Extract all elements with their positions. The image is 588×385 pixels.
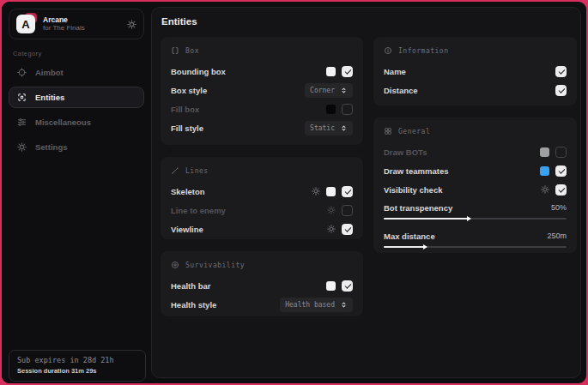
app-subtitle: for The Finals [43,24,127,33]
sidebar-item-settings[interactable]: Settings [9,136,144,158]
sidebar: A Arcane for The Finals Category Aimbot [2,2,151,383]
setting-row-line-to-enemy: Line to enemy [171,201,353,220]
checkbox[interactable] [342,280,353,292]
sliders-icon [17,117,27,127]
setting-row-skeleton: Skeleton [171,182,353,201]
setting-row-viewline: Viewline [171,220,353,238]
setting-row-draw-teammates: Draw teammates [384,161,567,180]
slider-thumb[interactable] [467,216,471,221]
bounding-brackets-icon [171,46,179,55]
app-logo: A [16,15,35,33]
max-distance-slider[interactable] [384,246,567,248]
checkbox[interactable] [342,104,353,115]
card-title: Survivability [185,262,245,269]
setting-row-health-style: Health style Health based [171,295,353,314]
session-duration-text: Session duration 31m 29s [17,367,137,375]
health-cross-icon [171,261,179,269]
box-card-header: Box [171,45,353,56]
gear-icon[interactable] [312,187,320,196]
brand-text: Arcane for The Finals [43,15,127,33]
sidebar-item-miscellaneous[interactable]: Miscellaneous [9,111,144,133]
sidebar-item-label: Aimbot [35,68,64,77]
box-style-dropdown[interactable]: Corner [305,83,353,98]
setting-label: Health bar [171,281,210,291]
grid-icon [384,127,392,135]
information-card-header: Information [384,45,567,56]
sidebar-item-entities[interactable]: Entities [9,87,144,108]
diagonal-line-icon [171,166,179,175]
color-swatch[interactable] [326,281,336,291]
info-circle-icon [384,46,392,55]
color-swatch[interactable] [540,147,549,157]
bot-transparency-slider[interactable] [384,218,567,220]
checkbox[interactable] [342,66,353,77]
setting-label: Max distance [384,232,435,241]
information-card: Information Name Distance [373,37,577,105]
checkbox[interactable] [555,147,567,158]
survivability-card-header: Survivability [171,260,353,270]
slider-value: 50% [551,203,567,212]
checkbox[interactable] [342,224,353,235]
gear-icon[interactable] [327,206,336,214]
checkbox[interactable] [555,85,567,96]
sidebar-item-label: Miscellaneous [35,117,91,127]
gear-icon[interactable] [541,185,549,194]
setting-label: Bounding box [171,67,226,76]
setting-label: Draw BOTs [384,147,427,157]
setting-row-fill-style: Fill style Static [171,118,353,137]
app-window: A Arcane for The Finals Category Aimbot [2,2,586,383]
color-swatch[interactable] [326,105,336,114]
fill-style-dropdown[interactable]: Static [305,121,353,135]
sidebar-item-aimbot[interactable]: Aimbot [9,62,144,83]
card-title: Lines [185,167,209,175]
gear-icon[interactable] [327,225,336,233]
setting-row-fill-box: Fill box [171,99,353,118]
sidebar-item-label: Settings [35,142,67,152]
color-swatch[interactable] [540,166,549,176]
setting-label: Health style [171,300,216,310]
setting-row-name: Name [384,62,567,81]
setting-label: Viewline [171,225,203,234]
app-name: Arcane [43,15,127,25]
setting-label: Visibility check [384,185,442,195]
dropdown-value: Health based [285,301,335,309]
brand-card: A Arcane for The Finals [9,9,144,39]
unfold-icon [340,301,348,309]
dropdown-value: Corner [310,87,335,94]
sub-expiry-text: Sub expires in 28d 21h [17,356,137,364]
color-swatch[interactable] [326,187,336,196]
box-card: Box Bounding box Box style Corner Fill b… [161,37,363,145]
card-title: Box [185,47,199,55]
checkbox[interactable] [342,186,353,197]
setting-label: Fill box [171,105,199,114]
lines-card-header: Lines [171,165,353,176]
checkbox[interactable] [555,184,567,196]
color-swatch[interactable] [326,67,336,76]
slider-value: 250m [547,232,567,240]
lines-card: Lines Skeleton Line to enemy Viewline [161,157,363,239]
setting-label: Distance [384,86,418,95]
checkbox[interactable] [342,205,353,216]
logo-letter: A [16,15,35,33]
setting-label: Skeleton [171,187,205,196]
survivability-card: Survivability Health bar Health style He… [161,251,363,316]
dropdown-value: Static [310,124,335,132]
setting-label: Box style [171,86,207,95]
card-title: General [398,128,430,135]
gear-icon[interactable] [127,20,136,29]
general-card-header: General [384,126,567,136]
health-style-dropdown[interactable]: Health based [280,298,353,312]
setting-label: Bot transpenency [384,203,452,213]
slider-thumb[interactable] [423,244,427,250]
setting-row-draw-bots: Draw BOTs [384,142,567,161]
page-title: Entities [161,16,197,27]
crosshair-icon [17,68,27,77]
setting-row-visibility-check: Visibility check [384,180,567,199]
category-label: Category [13,50,42,57]
checkbox[interactable] [555,165,567,177]
checkbox[interactable] [555,66,567,77]
setting-row-bounding-box: Bounding box [171,62,353,81]
unfold-icon [340,124,348,132]
gear-icon [17,142,27,152]
setting-label: Draw teammates [384,166,449,176]
